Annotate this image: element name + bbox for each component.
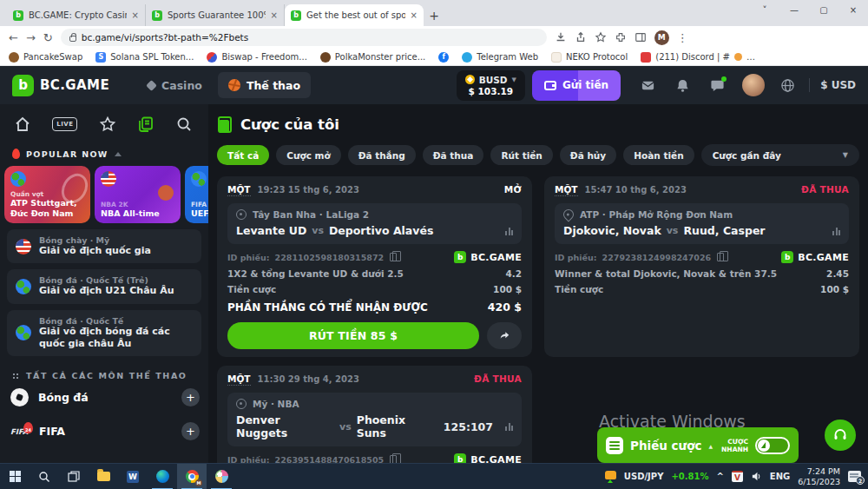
bet-card-atp[interactable]: MỘT 15:47 10 thg 6, 2023 ĐÃ THUA ATP · P… <box>544 176 859 357</box>
edge-button[interactable] <box>148 464 177 489</box>
wallet-currency-selector[interactable]: BUSD ▼ $ 103.19 <box>457 70 525 101</box>
bookmark-star-icon[interactable] <box>595 31 607 43</box>
browser-tab-2[interactable]: b Sports Guarantee 100% Cashbac × <box>146 4 285 26</box>
share-icon[interactable] <box>575 31 587 43</box>
favorites-star-icon[interactable] <box>99 116 116 133</box>
bcgame-logo[interactable]: b BC.GAME <box>12 75 109 96</box>
copy-icon[interactable] <box>390 455 397 463</box>
browser-tab-3-active[interactable]: b Get the best out of sports bettin × <box>285 4 424 26</box>
promo-card-atp-stuttgart[interactable]: Quần vợtATP Stuttgart, Đức Đơn Nam <box>4 166 90 223</box>
bookmark-neko[interactable]: NEKO Protocol <box>551 52 628 63</box>
browser-profile-avatar[interactable]: M <box>654 30 669 45</box>
side-panel-icon[interactable] <box>635 31 647 43</box>
tab-search-icon[interactable]: ˅ <box>750 0 779 19</box>
browser-menu-icon[interactable]: ⋮ <box>677 32 688 43</box>
fiat-currency-selector[interactable]: $ USD <box>820 79 856 91</box>
match-panel[interactable]: ATP · Pháp Mở Rộng Đơn Nam Djokovic, Nov… <box>555 203 849 244</box>
my-bets-icon[interactable] <box>137 116 155 133</box>
chrome-button[interactable]: M <box>177 464 207 489</box>
bet-card-laliga[interactable]: MỘT 19:23 15 thg 6, 2023 MỞ Tây Ban Nha … <box>217 176 532 357</box>
taskbar-search-button[interactable] <box>30 464 59 489</box>
bookmark-discord[interactable]: (211) Discord | #… <box>641 52 755 63</box>
stats-icon[interactable] <box>832 227 840 235</box>
address-bar[interactable]: bc.game/vi/sports?bt-path=%2Fbets <box>61 29 547 46</box>
league-item-u21[interactable]: Bóng đá · Quốc Tế (Trẻ)Giải vô địch U21 … <box>7 269 201 303</box>
filter-refund[interactable]: Hoàn tiền <box>623 145 694 165</box>
filter-cashout[interactable]: Rút tiền <box>490 145 552 165</box>
word-button[interactable]: W <box>118 464 148 489</box>
extensions-puzzle-icon[interactable] <box>615 31 627 43</box>
sidebar-item-fifa[interactable]: FIFA24 FIFA + <box>0 414 208 448</box>
match-panel[interactable]: Mỹ · NBA Denver Nuggets vs Phoenix Suns … <box>227 393 522 446</box>
volume-icon[interactable] <box>751 471 762 482</box>
nav-sports-active[interactable]: Thế thao <box>218 72 311 98</box>
promo-card-uefa[interactable]: FIFAUEFA Leag <box>185 166 208 223</box>
language-globe-icon[interactable] <box>780 78 795 93</box>
promo-card-nba-alltime[interactable]: NBA 2KNBA All-time <box>95 166 181 223</box>
bookmark-facebook[interactable]: f <box>438 52 449 63</box>
sort-dropdown[interactable]: Cược gần đây ▼ <box>701 144 859 166</box>
download-icon[interactable] <box>555 31 567 43</box>
messages-icon[interactable] <box>641 78 655 93</box>
maximize-button[interactable]: ▢ <box>809 0 838 19</box>
browser-tab-1[interactable]: b BC.GAME: Crypto Casino Games × <box>7 4 146 26</box>
tab-close-icon[interactable]: × <box>411 10 418 20</box>
bookmark-telegram[interactable]: Telegram Web <box>462 52 538 63</box>
cashout-button[interactable]: RÚT TIỀN 85 $ <box>227 322 479 349</box>
quick-bet-toggle[interactable] <box>755 437 790 454</box>
forward-icon[interactable]: → <box>26 32 36 43</box>
notification-center-icon[interactable]: 2 <box>848 471 861 482</box>
chrome-profile-badge: M <box>195 479 202 486</box>
tab-close-icon[interactable]: × <box>271 10 278 20</box>
filter-won[interactable]: Đã thắng <box>348 145 416 165</box>
popular-now-header[interactable]: POPULAR NOW <box>0 142 208 164</box>
task-view-button[interactable] <box>59 464 89 489</box>
nav-casino[interactable]: Casino <box>148 79 202 92</box>
fifa-icon: FIFA24 <box>10 427 30 436</box>
sidebar-item-football[interactable]: Bóng đá + <box>0 380 208 414</box>
start-button[interactable] <box>0 464 30 489</box>
bookmark-biswap[interactable]: Biswap - Freedom... <box>207 52 306 63</box>
minimize-button[interactable]: — <box>779 0 809 19</box>
forex-widget-icon[interactable] <box>605 471 616 483</box>
home-icon[interactable] <box>14 116 31 133</box>
notifications-bell-icon[interactable] <box>675 78 690 93</box>
stats-icon[interactable] <box>505 227 513 235</box>
paint-button[interactable] <box>207 464 236 489</box>
bet-slip-bar[interactable]: Phiếu cược ▲ CƯỢCNHANH <box>597 427 799 463</box>
new-tab-button[interactable]: + <box>424 5 444 26</box>
bet-card-nba[interactable]: MỘT 11:30 29 thg 4, 2023 ĐÃ THUA Mỹ · NB… <box>217 366 532 463</box>
file-explorer-button[interactable] <box>89 464 118 489</box>
league-item-mlb[interactable]: Bóng chày · MỹGiải vô địch quốc gia <box>7 229 201 263</box>
hidden-icons-chevron[interactable]: ^ <box>716 472 723 481</box>
support-headset-button[interactable] <box>825 420 856 451</box>
bookmark-pancakeswap[interactable]: PancakeSwap <box>9 52 82 63</box>
close-window-button[interactable]: × <box>838 0 868 19</box>
deposit-button[interactable]: Gửi tiền <box>532 70 621 101</box>
bookmark-polkamonster[interactable]: PolkaMonster price... <box>320 52 425 63</box>
back-icon[interactable]: ← <box>9 32 18 43</box>
live-icon[interactable]: LIVE <box>52 117 77 131</box>
antivirus-tray-icon[interactable]: V <box>732 471 743 482</box>
filter-open[interactable]: Cược mở <box>276 145 340 165</box>
match-panel[interactable]: Tây Ban Nha · LaLiga 2 Levante UD vs Dep… <box>227 203 522 244</box>
currency-pair[interactable]: USD/JPY <box>624 472 664 481</box>
filter-lost[interactable]: Đã thua <box>423 145 484 165</box>
reload-icon[interactable]: ↻ <box>43 32 53 43</box>
user-avatar[interactable] <box>742 74 765 96</box>
tab-close-icon[interactable]: × <box>132 10 139 20</box>
stats-icon[interactable] <box>505 422 513 431</box>
currency-change[interactable]: +0.81% <box>671 472 708 481</box>
copy-icon[interactable] <box>390 253 397 261</box>
bookmark-solana[interactable]: SSolana SPL Token... <box>95 52 194 63</box>
expand-plus-icon[interactable]: + <box>181 388 200 406</box>
expand-plus-icon[interactable]: + <box>181 422 200 440</box>
search-icon[interactable] <box>175 116 193 133</box>
taskbar-clock[interactable]: 7:24 PM6/15/2023 <box>798 466 840 487</box>
share-bet-button[interactable] <box>487 322 522 349</box>
filter-cancelled[interactable]: Đã hủy <box>560 145 616 165</box>
copy-icon[interactable] <box>717 253 724 261</box>
filter-all[interactable]: Tất cả <box>217 145 269 165</box>
league-item-nations[interactable]: Bóng đá · Quốc TếGiải vô địch bóng đá cá… <box>7 310 201 357</box>
language-indicator[interactable]: ENG <box>770 472 790 481</box>
